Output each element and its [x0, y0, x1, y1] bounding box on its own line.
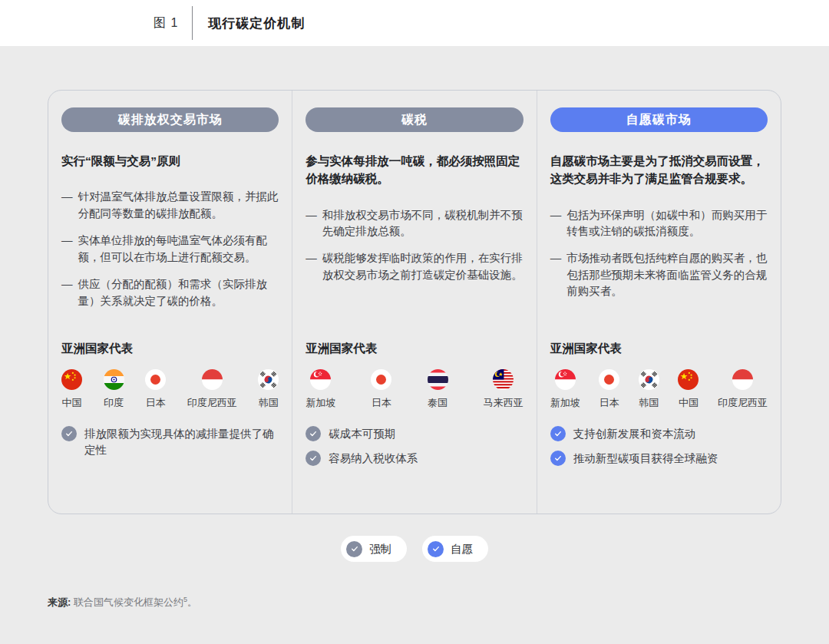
bullet-dash: —: [61, 276, 73, 309]
title-divider: [192, 6, 193, 40]
benefit-item: 容易纳入税收体系: [306, 451, 523, 467]
country-item: 日本: [599, 369, 619, 410]
country-label: 泰国: [428, 396, 448, 410]
country-label: 印度尼西亚: [187, 396, 237, 410]
column-intro: 参与实体每排放一吨碳，都必须按照固定价格缴纳碳税。: [306, 152, 523, 188]
flag-malaysia-icon: [493, 369, 514, 390]
bullet-list: — 针对温室气体排放总量设置限额，并据此分配同等数量的碳排放配额。 — 实体单位…: [61, 189, 279, 309]
bullet-dash: —: [61, 189, 73, 222]
country-item: 新加坡: [550, 369, 580, 410]
bullet-dash: —: [306, 207, 317, 240]
bullet-text: 实体单位排放的每吨温室气体必须有配额，但可以在市场上进行配额交易。: [78, 233, 279, 266]
benefit-item: 支持创新发展和资本流动: [550, 426, 768, 442]
country-label: 韩国: [639, 396, 659, 410]
column-intro: 实行“限额与交易”原则: [61, 152, 279, 170]
bullet-item: — 实体单位排放的每吨温室气体必须有配额，但可以在市场上进行配额交易。: [61, 233, 279, 266]
country-item: 日本: [145, 369, 166, 410]
country-label: 新加坡: [306, 396, 335, 410]
legend-label: 强制: [369, 542, 391, 556]
benefit-item: 碳成本可预期: [306, 426, 523, 442]
country-item: 马来西亚: [484, 369, 523, 410]
benefits-section: 碳成本可预期 容易纳入税收体系: [306, 426, 523, 475]
check-icon: [61, 426, 77, 441]
benefit-text: 容易纳入税收体系: [329, 451, 418, 467]
countries-title: 亚洲国家代表: [306, 341, 523, 357]
bullet-dash: —: [61, 233, 73, 266]
check-icon: [550, 451, 566, 466]
country-item: 中国: [678, 369, 699, 410]
legend-item-voluntary: 自愿: [422, 536, 488, 562]
benefit-item: 推动新型碳项目获得全球融资: [550, 451, 768, 467]
country-item: 印度: [104, 369, 124, 410]
bullet-text: 针对温室气体排放总量设置限额，并据此分配同等数量的碳排放配额。: [78, 189, 279, 222]
figure-label: 图 1: [154, 15, 178, 31]
flag-china-icon: [61, 369, 82, 390]
bullet-text: 供应（分配的配额）和需求（实际排放量）关系就决定了碳的价格。: [78, 276, 279, 309]
flag-row: 新加坡 日本 泰国 马来西亚: [306, 369, 523, 410]
flag-japan-icon: [145, 369, 166, 390]
countries-section: 亚洲国家代表 新加坡 日本 泰国 马来西亚: [306, 341, 523, 410]
flag-singapore-icon: [310, 369, 331, 390]
check-icon: [306, 451, 321, 466]
country-item: 印度尼西亚: [187, 369, 237, 410]
benefits-section: 排放限额为实现具体的减排量提供了确定性: [61, 426, 279, 467]
flag-row: 中国 印度 日本 印度尼西亚 韩国: [61, 369, 279, 410]
flag-japan-icon: [599, 369, 619, 390]
country-item: 泰国: [428, 369, 448, 410]
flag-india-icon: [104, 369, 124, 390]
check-icon: [550, 426, 566, 441]
page-title: 现行碳定价机制: [208, 15, 305, 32]
source-label: 来源:: [48, 596, 71, 608]
source-note: 来源: 联合国气候变化框架公约5。: [48, 596, 829, 609]
bullet-item: — 碳税能够发挥临时政策的作用，在实行排放权交易市场之前打造碳定价基础设施。: [306, 250, 523, 283]
country-label: 日本: [146, 396, 166, 410]
column-carbon-tax: 碳税 参与实体每排放一吨碳，都必须按照固定价格缴纳碳税。 — 和排放权交易市场不…: [292, 91, 536, 514]
column-header-pill: 自愿碳市场: [550, 107, 768, 132]
flag-thailand-icon: [428, 369, 448, 390]
bullet-item: — 和排放权交易市场不同，碳税机制并不预先确定排放总额。: [306, 207, 523, 240]
column-header-pill: 碳排放权交易市场: [61, 107, 279, 132]
column-intro: 自愿碳市场主要是为了抵消交易而设置，这类交易并非为了满足监管合规要求。: [550, 152, 768, 188]
country-label: 韩国: [259, 396, 279, 410]
check-icon: [346, 541, 362, 557]
benefit-text: 支持创新发展和资本流动: [573, 426, 696, 442]
countries-section: 亚洲国家代表 新加坡 日本 韩国 中国: [550, 341, 768, 410]
country-item: 中国: [61, 369, 82, 410]
column-emissions-trading: 碳排放权交易市场 实行“限额与交易”原则 — 针对温室气体排放总量设置限额，并据…: [48, 91, 292, 514]
legend: 强制 自愿: [0, 536, 829, 562]
benefit-text: 推动新型碳项目获得全球融资: [573, 451, 718, 467]
pricing-mechanisms-card: 碳排放权交易市场 实行“限额与交易”原则 — 针对温室气体排放总量设置限额，并据…: [48, 90, 781, 514]
flag-japan-icon: [371, 369, 391, 390]
bullet-item: — 市场推动者既包括纯粹自愿的购买者，也包括那些预期未来将面临监管义务的合规前购…: [550, 250, 768, 299]
bullet-item: — 供应（分配的配额）和需求（实际排放量）关系就决定了碳的价格。: [61, 276, 279, 309]
benefit-text: 碳成本可预期: [329, 426, 395, 442]
bullet-dash: —: [550, 207, 562, 240]
country-label: 日本: [599, 396, 619, 410]
bullet-list: — 和排放权交易市场不同，碳税机制并不预先确定排放总额。 — 碳税能够发挥临时政…: [306, 207, 523, 284]
country-item: 日本: [371, 369, 391, 410]
bullet-text: 碳税能够发挥临时政策的作用，在实行排放权交易市场之前打造碳定价基础设施。: [322, 250, 523, 283]
source-text: 联合国气候变化框架公约: [71, 596, 183, 608]
country-label: 中国: [679, 396, 699, 410]
figure-title-bar: 图 1 现行碳定价机制: [0, 0, 829, 46]
bullet-item: — 包括为环保声明（如碳中和）而购买用于转售或注销的碳抵消额度。: [550, 207, 768, 240]
country-label: 日本: [372, 396, 391, 410]
countries-title: 亚洲国家代表: [61, 341, 279, 357]
flag-china-icon: [678, 369, 699, 390]
country-label: 印度尼西亚: [718, 396, 768, 410]
bullet-dash: —: [550, 250, 562, 299]
bullet-list: — 包括为环保声明（如碳中和）而购买用于转售或注销的碳抵消额度。 — 市场推动者…: [550, 207, 768, 300]
bullet-item: — 针对温室气体排放总量设置限额，并据此分配同等数量的碳排放配额。: [61, 189, 279, 222]
bullet-dash: —: [306, 250, 317, 283]
countries-title: 亚洲国家代表: [550, 341, 768, 357]
benefit-item: 排放限额为实现具体的减排量提供了确定性: [61, 426, 279, 458]
flag-indonesia-icon: [202, 369, 223, 390]
check-icon: [306, 426, 321, 441]
legend-item-mandatory: 强制: [341, 536, 407, 562]
country-label: 中国: [62, 396, 82, 410]
column-header-pill: 碳税: [306, 107, 523, 132]
legend-label: 自愿: [451, 542, 473, 556]
flag-singapore-icon: [555, 369, 576, 390]
flag-south-korea-icon: [639, 369, 659, 390]
bullet-text: 和排放权交易市场不同，碳税机制并不预先确定排放总额。: [322, 207, 523, 240]
